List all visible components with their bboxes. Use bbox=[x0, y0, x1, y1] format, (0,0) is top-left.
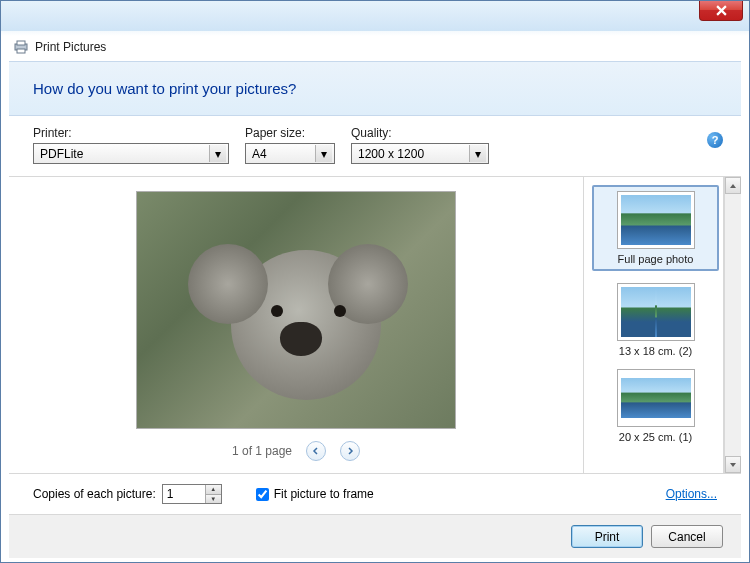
koala-photo bbox=[137, 192, 455, 428]
layout-13x18[interactable]: 13 x 18 cm. (2) bbox=[592, 283, 719, 357]
printer-value: PDFLite bbox=[40, 147, 83, 161]
printer-group: Printer: PDFLite ▾ bbox=[33, 126, 229, 164]
layout-thumb bbox=[617, 369, 695, 427]
layout-full-page[interactable]: Full page photo bbox=[592, 185, 719, 271]
print-button[interactable]: Print bbox=[571, 525, 643, 548]
options-row: Copies of each picture: ▲ ▼ Fit picture … bbox=[9, 473, 741, 514]
layout-label: 20 x 25 cm. (1) bbox=[592, 431, 719, 443]
main-area: 1 of 1 page Full page photo 13 x 18 cm. … bbox=[9, 177, 741, 473]
window-title: Print Pictures bbox=[35, 40, 106, 54]
copies-spinner[interactable]: ▲ ▼ bbox=[162, 484, 222, 504]
quality-group: Quality: 1200 x 1200 ▾ bbox=[351, 126, 489, 164]
printer-dropdown[interactable]: PDFLite ▾ bbox=[33, 143, 229, 164]
next-page-button[interactable] bbox=[340, 441, 360, 461]
help-button[interactable]: ? bbox=[707, 132, 723, 148]
layout-20x25[interactable]: 20 x 25 cm. (1) bbox=[592, 369, 719, 443]
scroll-down-button[interactable] bbox=[725, 456, 741, 473]
copies-input[interactable] bbox=[163, 485, 205, 503]
paper-value: A4 bbox=[252, 147, 267, 161]
spinner-up-button[interactable]: ▲ bbox=[206, 485, 221, 495]
cancel-button[interactable]: Cancel bbox=[651, 525, 723, 548]
chevron-down-icon: ▾ bbox=[469, 145, 486, 162]
chevron-down-icon: ▾ bbox=[209, 145, 226, 162]
fit-to-frame-label: Fit picture to frame bbox=[274, 487, 374, 501]
spinner-down-button[interactable]: ▼ bbox=[206, 495, 221, 504]
quality-value: 1200 x 1200 bbox=[358, 147, 424, 161]
layout-label: Full page photo bbox=[596, 253, 715, 265]
preview-image bbox=[136, 191, 456, 429]
printer-label: Printer: bbox=[33, 126, 229, 140]
scroll-up-button[interactable] bbox=[725, 177, 741, 194]
settings-row: Printer: PDFLite ▾ Paper size: A4 ▾ Qual… bbox=[9, 116, 741, 177]
layout-list[interactable]: Full page photo 13 x 18 cm. (2) 20 x 25 … bbox=[584, 177, 724, 473]
prev-page-button[interactable] bbox=[306, 441, 326, 461]
svg-rect-2 bbox=[17, 49, 25, 53]
fit-to-frame-checkbox[interactable] bbox=[256, 488, 269, 501]
page-indicator: 1 of 1 page bbox=[232, 444, 292, 458]
paper-label: Paper size: bbox=[245, 126, 335, 140]
layout-scrollbar[interactable] bbox=[724, 177, 741, 473]
svg-rect-1 bbox=[17, 41, 25, 45]
arrow-right-icon bbox=[346, 447, 354, 455]
options-link[interactable]: Options... bbox=[666, 487, 717, 501]
quality-dropdown[interactable]: 1200 x 1200 ▾ bbox=[351, 143, 489, 164]
quality-label: Quality: bbox=[351, 126, 489, 140]
print-pictures-dialog: Print Pictures How do you want to print … bbox=[0, 0, 750, 563]
paper-dropdown[interactable]: A4 ▾ bbox=[245, 143, 335, 164]
arrow-down-icon bbox=[729, 462, 737, 468]
layout-thumb bbox=[617, 191, 695, 249]
preview-pane: 1 of 1 page bbox=[9, 177, 584, 473]
titlebar bbox=[1, 1, 749, 31]
pager: 1 of 1 page bbox=[232, 441, 360, 461]
copies-label: Copies of each picture: bbox=[33, 487, 156, 501]
arrow-left-icon bbox=[312, 447, 320, 455]
close-icon bbox=[716, 5, 727, 16]
arrow-up-icon bbox=[729, 183, 737, 189]
question-heading: How do you want to print your pictures? bbox=[9, 61, 741, 116]
chevron-down-icon: ▾ bbox=[315, 145, 332, 162]
close-button[interactable] bbox=[699, 1, 743, 21]
paper-group: Paper size: A4 ▾ bbox=[245, 126, 335, 164]
printer-icon bbox=[13, 39, 29, 55]
layout-label: 13 x 18 cm. (2) bbox=[592, 345, 719, 357]
fit-to-frame-wrap[interactable]: Fit picture to frame bbox=[256, 487, 374, 501]
layout-thumb bbox=[617, 283, 695, 341]
header: Print Pictures bbox=[1, 31, 749, 61]
button-row: Print Cancel bbox=[9, 514, 741, 558]
